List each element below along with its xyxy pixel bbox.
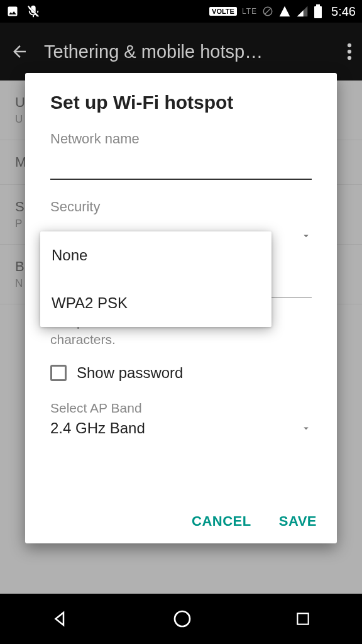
network-type-label: LTE xyxy=(242,7,257,16)
status-bar: VOLTE LTE 5:46 xyxy=(0,0,362,23)
android-nav-bar xyxy=(0,594,362,644)
save-button[interactable]: SAVE xyxy=(279,513,317,530)
image-icon xyxy=(6,5,19,18)
svg-rect-3 xyxy=(314,6,322,18)
battery-icon xyxy=(314,4,322,18)
signal-icon-2 xyxy=(296,5,309,18)
show-password-checkbox[interactable]: Show password xyxy=(50,364,312,382)
svg-line-2 xyxy=(265,9,271,14)
network-name-input[interactable] xyxy=(50,152,312,180)
cancel-button[interactable]: CANCEL xyxy=(192,513,251,530)
nav-recent-icon[interactable] xyxy=(295,611,311,627)
svg-rect-9 xyxy=(297,613,308,624)
ap-band-value: 2.4 GHz Band xyxy=(50,419,145,437)
nav-back-icon[interactable] xyxy=(51,609,70,628)
back-icon[interactable] xyxy=(10,42,29,61)
volte-badge: VOLTE xyxy=(209,7,237,16)
chevron-down-icon xyxy=(300,423,312,434)
svg-point-8 xyxy=(175,611,190,626)
security-label: Security xyxy=(50,199,312,215)
ap-band-select[interactable]: 2.4 GHz Band xyxy=(50,419,312,437)
no-data-icon xyxy=(262,6,273,17)
network-name-label: Network name xyxy=(50,131,312,147)
nav-home-icon[interactable] xyxy=(172,609,192,629)
checkbox-icon xyxy=(50,365,67,381)
ap-band-label: Select AP Band xyxy=(50,401,312,416)
mic-off-icon xyxy=(26,4,40,18)
dropdown-option-none[interactable]: None xyxy=(40,231,272,279)
security-dropdown-menu: None WPA2 PSK xyxy=(40,231,272,327)
dropdown-option-wpa2[interactable]: WPA2 PSK xyxy=(40,279,272,327)
show-password-label: Show password xyxy=(77,364,183,382)
svg-rect-4 xyxy=(316,4,320,6)
svg-point-7 xyxy=(348,56,351,60)
dialog-title: Set up Wi-Fi hotspot xyxy=(50,92,312,113)
app-bar: Tethering & mobile hotsp… xyxy=(0,23,362,80)
clock: 5:46 xyxy=(331,4,356,19)
svg-point-5 xyxy=(348,43,351,47)
svg-point-6 xyxy=(348,50,351,53)
chevron-down-icon xyxy=(300,230,312,242)
page-title: Tethering & mobile hotsp… xyxy=(44,42,347,62)
signal-icon xyxy=(278,5,291,18)
more-icon[interactable] xyxy=(347,42,352,61)
